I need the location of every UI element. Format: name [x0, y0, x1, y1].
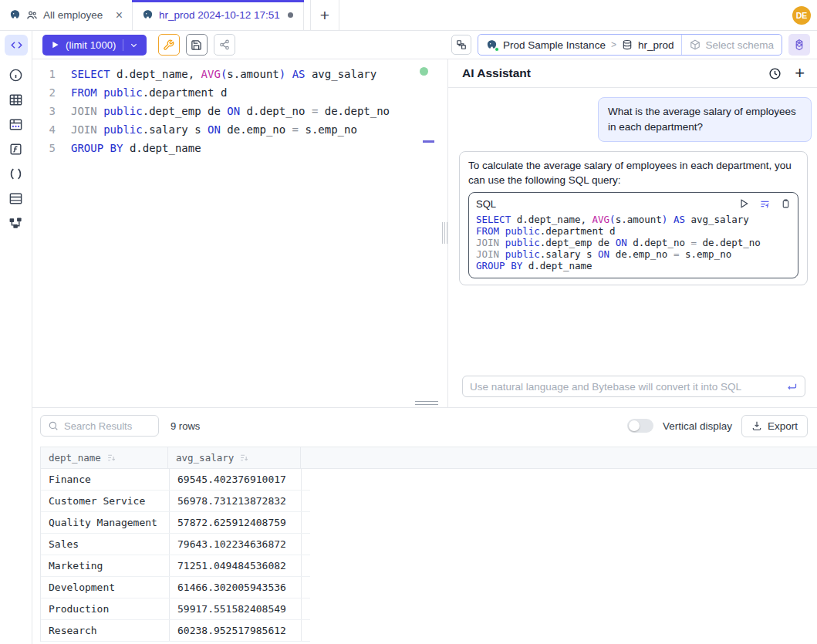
- code-line: FROM public.department d: [71, 83, 390, 102]
- column-header-avg-salary[interactable]: avg_salary: [168, 447, 301, 468]
- code-line: SELECT d.dept_name, AVG(s.amount) AS avg…: [476, 214, 791, 225]
- schema-placeholder: Select schema: [705, 39, 774, 51]
- table-row[interactable]: Customer Service56978.731213872832: [41, 491, 310, 512]
- table-cell[interactable]: 59917.551582408549: [169, 598, 302, 619]
- instance-database-selector[interactable]: Prod Sample Instance > hr_prod: [478, 35, 681, 55]
- tab-hr-prod[interactable]: hr_prod 2024-10-12 17:51: [133, 0, 304, 30]
- assistant-sql-code: SELECT d.dept_name, AVG(s.amount) AS avg…: [476, 214, 791, 271]
- search-results-input[interactable]: [64, 420, 151, 432]
- overview-ruler-mark: [423, 140, 434, 143]
- table-cell[interactable]: Development: [41, 577, 169, 598]
- postgres-icon: [9, 9, 21, 21]
- sidebar-item-editor[interactable]: [5, 35, 28, 56]
- new-tab-button[interactable]: +: [310, 0, 339, 30]
- sql-editor[interactable]: SELECT d.dept_name, AVG(s.amount) AS avg…: [71, 65, 390, 157]
- run-button-divider: [123, 39, 123, 51]
- code-line: SELECT d.dept_name, AVG(s.amount) AS avg…: [71, 65, 390, 83]
- query-results-panel: 9 rows Vertical display Export dept_name…: [32, 407, 817, 644]
- code-icon: [10, 39, 23, 51]
- schema-diagram-icon[interactable]: [8, 216, 23, 231]
- sort-icon[interactable]: [106, 453, 116, 463]
- table-header-row: dept_name avg_salary: [40, 447, 817, 469]
- tab-all-employee[interactable]: All employee ×: [0, 0, 133, 30]
- table-row[interactable]: Marketing71251.049484536082: [41, 555, 310, 577]
- table-row[interactable]: Sales79643.102234636872: [41, 534, 310, 555]
- line-number-gutter: 12345: [32, 65, 56, 157]
- procedures-icon[interactable]: [8, 167, 23, 181]
- ai-panel-header: AI Assistant +: [448, 59, 817, 88]
- run-query-button[interactable]: (limit 1000): [42, 35, 147, 56]
- database-name: hr_prod: [638, 39, 674, 51]
- table-cell[interactable]: Finance: [41, 469, 169, 490]
- save-sheet-button[interactable]: [186, 34, 208, 56]
- database-icon: [622, 39, 633, 50]
- toggle-knob: [629, 420, 640, 431]
- table-cell[interactable]: Customer Service: [41, 491, 169, 511]
- vertical-display-label: Vertical display: [663, 420, 732, 432]
- table-cell[interactable]: 71251.049484536082: [169, 555, 302, 576]
- sync-schema-button[interactable]: [451, 35, 471, 55]
- table-cell[interactable]: Quality Management: [41, 512, 169, 533]
- table-cell[interactable]: Marketing: [41, 555, 169, 576]
- chevron-down-icon[interactable]: [130, 41, 138, 49]
- close-tab-icon[interactable]: ×: [116, 9, 123, 22]
- column-header-label: dept_name: [49, 452, 101, 464]
- format-sql-button[interactable]: [158, 34, 180, 56]
- insert-sql-icon[interactable]: [759, 198, 771, 210]
- table-cell[interactable]: Sales: [41, 534, 169, 555]
- sql-editor-pane: 12345 SELECT d.dept_name, AVG(s.amount) …: [32, 59, 447, 407]
- external-tables-icon[interactable]: [8, 117, 23, 132]
- code-line: JOIN public.dept_emp de ON d.dept_no = d…: [71, 102, 390, 120]
- code-line: JOIN public.dept_emp de ON d.dept_no = d…: [476, 237, 791, 248]
- vertical-resize-handle[interactable]: [442, 222, 447, 244]
- views-icon[interactable]: [8, 191, 23, 206]
- export-button-label: Export: [768, 420, 798, 432]
- new-chat-icon[interactable]: +: [795, 65, 805, 82]
- table-cell[interactable]: 56978.731213872832: [169, 491, 302, 511]
- line-number: 4: [32, 120, 56, 139]
- shared-worksheet-people-icon: [26, 9, 38, 21]
- ai-prompt-input[interactable]: [470, 381, 780, 393]
- enter-return-icon[interactable]: [786, 381, 798, 393]
- table-cell[interactable]: 79643.102234636872: [169, 534, 302, 555]
- table-row[interactable]: Production59917.551582408549: [41, 598, 310, 620]
- search-results-box: [40, 415, 159, 437]
- tables-icon[interactable]: [8, 93, 23, 107]
- vertical-display-toggle[interactable]: [627, 419, 653, 433]
- sort-icon[interactable]: [239, 453, 249, 463]
- instance-name: Prod Sample Instance: [503, 39, 606, 51]
- table-row[interactable]: Research60238.952517985612: [41, 620, 310, 642]
- table-row[interactable]: Development61466.302005943536: [41, 577, 310, 598]
- table-cell[interactable]: Research: [41, 620, 169, 641]
- export-button[interactable]: Export: [741, 415, 808, 437]
- save-icon: [191, 39, 202, 51]
- editor-toolbar: (limit 1000) Prod Sample In: [32, 31, 817, 59]
- table-body: Finance69545.402376910017Customer Servic…: [40, 469, 310, 642]
- functions-icon[interactable]: [8, 142, 23, 157]
- code-line: JOIN public.salary s ON de.emp_no = s.em…: [476, 248, 791, 260]
- results-toolbar: 9 rows Vertical display Export: [32, 414, 817, 437]
- run-code-icon[interactable]: [738, 198, 749, 209]
- table-cell[interactable]: 61466.302005943536: [169, 577, 302, 598]
- save-status-dot: [420, 67, 428, 76]
- connection-status-dot: [495, 47, 499, 52]
- column-header-label: avg_salary: [176, 452, 234, 464]
- horizontal-resize-handle[interactable]: [415, 401, 438, 405]
- schema-selector[interactable]: Select schema: [681, 35, 782, 55]
- table-cell[interactable]: 57872.625912408759: [169, 512, 302, 533]
- ai-panel-title: AI Assistant: [462, 66, 531, 80]
- table-cell[interactable]: 60238.952517985612: [169, 620, 302, 641]
- share-sheet-button[interactable]: [214, 34, 235, 56]
- history-clock-icon[interactable]: [768, 67, 782, 80]
- ai-assistant-toggle-button[interactable]: [788, 34, 810, 56]
- table-cell[interactable]: Production: [41, 598, 169, 619]
- table-cell[interactable]: 69545.402376910017: [169, 469, 302, 490]
- copy-icon[interactable]: [781, 198, 791, 209]
- table-row[interactable]: Finance69545.402376910017: [41, 469, 310, 491]
- info-icon[interactable]: [8, 68, 23, 83]
- sql-code-block: SQL SELECT d.dept_name, AVG(s.amount) AS…: [468, 192, 798, 278]
- avatar[interactable]: DE: [792, 6, 811, 25]
- column-header-dept-name[interactable]: dept_name: [40, 447, 168, 468]
- table-row[interactable]: Quality Management57872.625912408759: [41, 512, 310, 534]
- wrench-icon: [163, 39, 174, 51]
